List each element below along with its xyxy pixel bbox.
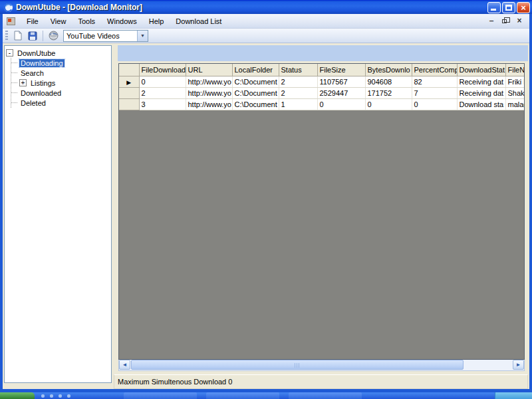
cell-bytes[interactable]: 171752 — [365, 87, 412, 98]
menu-download-list[interactable]: Download List — [170, 15, 227, 27]
combobox-value: YouTube Videos — [64, 32, 137, 40]
cell-filesize[interactable]: 1107567 — [317, 76, 365, 87]
web-source-button[interactable] — [46, 29, 61, 43]
tree-label-downloaded[interactable]: Downloaded — [19, 89, 63, 97]
grid-header-row: FileDownload URL LocalFolder Status File… — [119, 64, 525, 76]
mdi-child-icon — [7, 17, 15, 25]
tree-node-downloaded[interactable]: Downloaded — [11, 88, 110, 98]
tree-children: Downloading Search + Listings Downloaded — [11, 58, 110, 108]
start-button[interactable] — [0, 392, 35, 399]
tree-node-root[interactable]: - DownUtube — [6, 48, 110, 58]
row-selector[interactable] — [119, 87, 139, 98]
col-downloadstatus[interactable]: DownloadStat — [457, 64, 505, 76]
tree-label-listings[interactable]: Listings — [29, 79, 57, 87]
expand-icon[interactable]: + — [19, 79, 27, 86]
taskbar-window-button[interactable] — [289, 392, 362, 399]
scroll-left-button[interactable]: ◄ — [119, 360, 130, 370]
quicklaunch-icon[interactable] — [67, 394, 70, 398]
col-url[interactable]: URL — [186, 64, 232, 76]
cell-filesize[interactable]: 0 — [317, 98, 365, 110]
menu-tools[interactable]: Tools — [72, 15, 101, 27]
table-row[interactable]: 2 http://www.yo C:\Document 2 2529447 17… — [119, 87, 525, 98]
tree-label-downloading[interactable]: Downloading — [19, 59, 65, 67]
cell-localfolder[interactable]: C:\Document — [232, 87, 279, 98]
quicklaunch-icon[interactable] — [50, 394, 53, 398]
cell-localfolder[interactable]: C:\Document — [232, 76, 279, 87]
app-logo-icon — [3, 3, 13, 13]
col-localfolder[interactable]: LocalFolder — [232, 64, 279, 76]
cell-bytes[interactable]: 0 — [365, 98, 412, 110]
tree-label-deleted[interactable]: Deleted — [19, 99, 47, 107]
cell-filesize[interactable]: 2529447 — [317, 87, 365, 98]
tree-root-label[interactable]: DownUtube — [16, 49, 57, 57]
system-tray[interactable] — [495, 392, 532, 399]
table-row[interactable]: 3 http://www.yo C:\Document 1 0 0 0 Down… — [119, 98, 525, 110]
tree-label-search[interactable]: Search — [19, 69, 45, 77]
table-row[interactable]: ▶ 0 http://www.yo C:\Document 2 1107567 … — [119, 76, 525, 87]
mdi-restore-button[interactable] — [501, 17, 510, 25]
tree-node-search[interactable]: Search — [11, 68, 110, 78]
combobox-dropdown-button[interactable]: ▼ — [137, 31, 148, 41]
mdi-minimize-button[interactable]: – — [487, 17, 496, 25]
cell-filename[interactable]: Friki M — [505, 76, 525, 87]
quicklaunch-icon[interactable] — [41, 394, 45, 398]
menu-help[interactable]: Help — [143, 15, 170, 27]
tree-node-downloading[interactable]: Downloading — [11, 58, 110, 68]
menu-windows[interactable]: Windows — [101, 15, 143, 27]
current-row-icon: ▶ — [126, 79, 131, 86]
cell-percent[interactable]: 82 — [412, 76, 457, 87]
tree-node-deleted[interactable]: Deleted — [11, 98, 110, 108]
menu-file[interactable]: File — [21, 15, 45, 27]
toolbar-separator — [43, 31, 43, 41]
cell-localfolder[interactable]: C:\Document — [232, 98, 279, 110]
window-title: DownUtube - [Download Monitor] — [16, 3, 487, 12]
save-button[interactable] — [25, 29, 40, 43]
cell-status[interactable]: 2 — [279, 76, 317, 87]
close-button[interactable]: × — [517, 2, 530, 13]
cell-url[interactable]: http://www.yo — [186, 76, 232, 87]
cell-downloadstatus[interactable]: Receiving dat — [457, 76, 505, 87]
cell-filedownload[interactable]: 0 — [139, 76, 186, 87]
scrollbar-thumb[interactable] — [131, 360, 464, 370]
col-percentcomplete[interactable]: PercentComp — [412, 64, 457, 76]
cell-filedownload[interactable]: 3 — [139, 98, 186, 110]
col-filename[interactable]: FileN — [505, 64, 525, 76]
col-filesize[interactable]: FileSize — [317, 64, 365, 76]
row-selector[interactable]: ▶ — [119, 76, 139, 87]
cell-filename[interactable]: Shaki — [505, 87, 525, 98]
menu-view[interactable]: View — [45, 15, 72, 27]
cell-filedownload[interactable]: 2 — [139, 87, 186, 98]
top-strip — [118, 45, 528, 61]
maximize-button[interactable] — [502, 2, 515, 13]
minimize-button[interactable] — [487, 2, 501, 13]
cell-filename[interactable]: malag — [505, 98, 525, 110]
collapse-icon[interactable]: - — [6, 49, 13, 57]
scroll-right-button[interactable]: ► — [513, 360, 524, 370]
taskbar[interactable] — [0, 392, 532, 399]
cell-status[interactable]: 1 — [279, 98, 317, 110]
toolbar: YouTube Videos ▼ — [3, 29, 529, 43]
menubar: File View Tools Windows Help Download Li… — [3, 14, 529, 29]
taskbar-window-button[interactable] — [124, 392, 197, 399]
cell-percent[interactable]: 7 — [412, 87, 457, 98]
col-filedownload[interactable]: FileDownload — [139, 64, 186, 76]
col-status[interactable]: Status — [279, 64, 317, 76]
toolbar-grip[interactable] — [5, 31, 8, 41]
cell-downloadstatus[interactable]: Download sta — [457, 98, 505, 110]
scrollbar-track[interactable] — [130, 360, 513, 370]
video-source-combobox[interactable]: YouTube Videos ▼ — [63, 30, 148, 42]
tree-node-listings[interactable]: + Listings — [11, 78, 110, 88]
taskbar-window-button[interactable] — [206, 392, 279, 399]
cell-bytes[interactable]: 904608 — [365, 76, 412, 87]
cell-status[interactable]: 2 — [279, 87, 317, 98]
col-bytesdownloaded[interactable]: BytesDownlo — [365, 64, 412, 76]
new-download-button[interactable] — [11, 29, 25, 43]
mdi-close-button[interactable]: × — [515, 17, 524, 25]
horizontal-scrollbar[interactable]: ◄ ► — [118, 360, 525, 371]
quicklaunch-icon[interactable] — [59, 394, 62, 398]
cell-percent[interactable]: 0 — [412, 98, 457, 110]
cell-downloadstatus[interactable]: Receiving dat — [457, 87, 505, 98]
cell-url[interactable]: http://www.yo — [186, 98, 232, 110]
cell-url[interactable]: http://www.yo — [186, 87, 232, 98]
row-selector[interactable] — [119, 98, 139, 110]
